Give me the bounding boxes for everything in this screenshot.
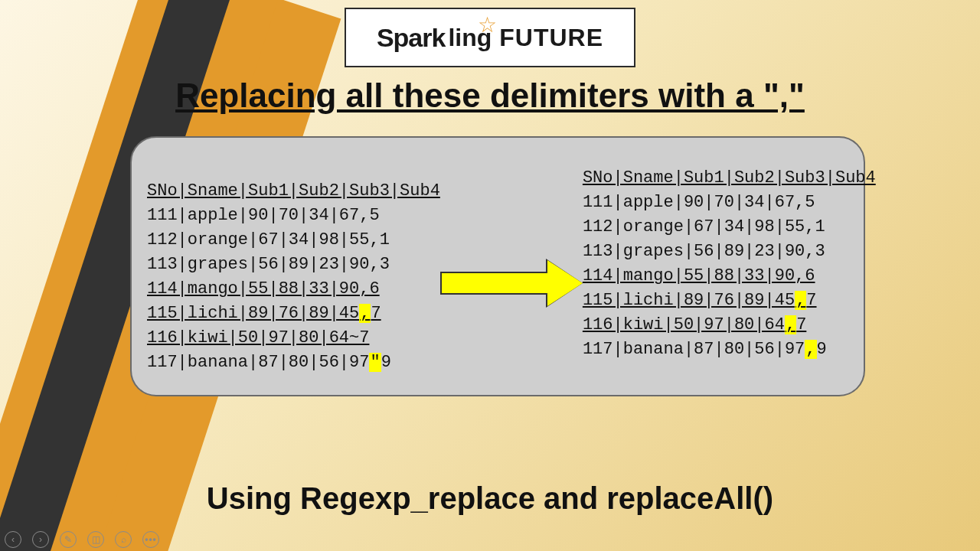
data-row: 116|kiwi|50|97|80|64,7 <box>583 313 876 337</box>
data-row: 114|mango|55|88|33|90,6 <box>147 277 440 302</box>
slide-subtitle: Using Regexp_replace and replaceAll() <box>0 481 980 516</box>
slide-title: Replacing all these delimiters with a ",… <box>0 77 980 115</box>
logo-text-spark: Spark <box>377 23 446 53</box>
star-icon: ☆ <box>478 12 497 37</box>
data-row: 117|banana|87|80|56|97,9 <box>583 337 876 362</box>
zoom-button[interactable]: ⌕ <box>115 531 132 548</box>
data-row: 115|lichi|89|76|89|45,7 <box>147 302 440 326</box>
logo-text-future: FUTURE <box>499 24 603 52</box>
data-row: 112|orange|67|34|98|55,1 <box>147 228 440 253</box>
input-header: SNo|Sname|Sub1|Sub2|Sub3|Sub4 <box>147 179 440 204</box>
data-row: 115|lichi|89|76|89|45,7 <box>583 289 876 313</box>
data-row: 112|orange|67|34|98|55,1 <box>583 215 876 240</box>
data-row: 114|mango|55|88|33|90,6 <box>583 264 876 289</box>
next-slide-button[interactable]: › <box>32 531 49 548</box>
more-options-button[interactable]: ••• <box>142 531 159 548</box>
data-row: 113|grapes|56|89|23|90,3 <box>147 253 440 277</box>
data-row: 111|apple|90|70|34|67,5 <box>147 204 440 228</box>
presenter-toolbar: ‹ › ✎ ◫ ⌕ ••• <box>5 531 159 548</box>
data-row: 116|kiwi|50|97|80|64~7 <box>147 326 440 350</box>
pen-tool-button[interactable]: ✎ <box>60 531 77 548</box>
arrow-icon <box>440 260 583 306</box>
output-header: SNo|Sname|Sub1|Sub2|Sub3|Sub4 <box>583 166 876 191</box>
logo-box: ☆ Spark ling FUTURE <box>345 8 635 67</box>
output-column: SNo|Sname|Sub1|Sub2|Sub3|Sub4 111|apple|… <box>583 166 876 361</box>
data-row: 111|apple|90|70|34|67,5 <box>583 191 876 215</box>
input-column: SNo|Sname|Sub1|Sub2|Sub3|Sub4 111|apple|… <box>147 179 440 374</box>
prev-slide-button[interactable]: ‹ <box>5 531 21 548</box>
data-row: 117|banana|87|80|56|97"9 <box>147 350 440 375</box>
view-mode-button[interactable]: ◫ <box>87 531 104 548</box>
example-panel: SNo|Sname|Sub1|Sub2|Sub3|Sub4 111|apple|… <box>130 136 865 396</box>
data-row: 113|grapes|56|89|23|90,3 <box>583 240 876 264</box>
